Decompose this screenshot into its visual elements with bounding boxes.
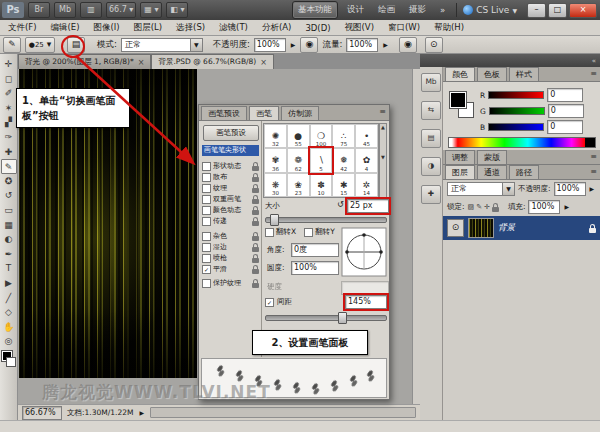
spacing-checkbox[interactable]: ✓ 间距 bbox=[265, 297, 292, 307]
marquee-tool[interactable]: ◻ bbox=[1, 72, 17, 87]
checkbox[interactable] bbox=[202, 173, 211, 182]
option-scattering[interactable]: 散布 bbox=[202, 172, 259, 182]
lock-icon[interactable] bbox=[252, 210, 259, 215]
opacity-field[interactable]: 100% bbox=[254, 38, 286, 52]
menu-help[interactable]: 帮助(H) bbox=[428, 21, 470, 35]
brush-tool[interactable]: ✎ bbox=[1, 159, 17, 174]
history-brush-tool[interactable]: ↺ bbox=[1, 188, 17, 203]
menu-analysis[interactable]: 分析(A) bbox=[256, 21, 297, 35]
vertical-scrollbar[interactable] bbox=[412, 69, 420, 404]
mini-bridge-icon[interactable]: Mb bbox=[421, 73, 441, 92]
lock-icon[interactable] bbox=[252, 199, 259, 204]
blue-value-field[interactable]: 0 bbox=[547, 120, 583, 134]
layer-opacity-arrow[interactable]: ▶ bbox=[589, 183, 596, 195]
spacing-slider[interactable] bbox=[265, 315, 387, 321]
menu-filter[interactable]: 滤镜(T) bbox=[213, 21, 254, 35]
tab-clone-source[interactable]: 仿制源 bbox=[281, 106, 319, 120]
mini-bridge-icon[interactable]: Mb bbox=[54, 2, 76, 18]
quick-selection-tool[interactable]: ✶ bbox=[1, 101, 17, 116]
screen-mode-icon[interactable]: ◧ ▾ bbox=[166, 2, 188, 18]
option-dual-brush[interactable]: 双重画笔 bbox=[202, 194, 259, 204]
lock-icon[interactable] bbox=[252, 247, 259, 252]
workspace-overflow-button[interactable]: » bbox=[435, 3, 450, 17]
lock-icon[interactable] bbox=[252, 221, 259, 226]
workspace-essentials-button[interactable]: 基本功能 bbox=[292, 1, 338, 19]
tab-swatches[interactable]: 色板 bbox=[477, 67, 507, 81]
background-color-swatch[interactable] bbox=[6, 357, 16, 367]
menu-layer[interactable]: 图层(L) bbox=[128, 21, 168, 35]
size-slider[interactable] bbox=[265, 217, 387, 223]
green-value-field[interactable]: 0 bbox=[548, 104, 584, 118]
close-tab-icon[interactable]: × bbox=[138, 58, 145, 67]
tablet-pressure-icon[interactable]: ⊙ bbox=[425, 37, 443, 53]
brush-tip[interactable]: ✽10 bbox=[310, 173, 333, 197]
brush-presets-button[interactable]: 画笔预设 bbox=[203, 125, 259, 141]
panel-menu-icon[interactable]: ≡ bbox=[379, 107, 386, 116]
brush-tip[interactable]: ∴75 bbox=[332, 124, 355, 148]
menu-file[interactable]: 文件(F) bbox=[2, 21, 43, 35]
slider-knob[interactable] bbox=[270, 214, 279, 226]
layer-visibility-toggle[interactable]: ⊙ bbox=[447, 219, 464, 237]
roundness-field[interactable]: 100% bbox=[291, 261, 339, 275]
airbrush-opacity-icon[interactable]: ◉ bbox=[300, 37, 318, 53]
collapse-dock-button[interactable]: « bbox=[592, 57, 596, 65]
brush-tip[interactable]: ❅42 bbox=[332, 148, 355, 172]
option-color-dynamics[interactable]: 颜色动态 bbox=[202, 205, 259, 215]
angle-field[interactable]: 0度 bbox=[291, 243, 339, 257]
lock-icon[interactable] bbox=[252, 258, 259, 263]
cs-live-button[interactable]: CS Live▼ bbox=[463, 5, 517, 15]
brush-preset-picker[interactable]: ●25 ▾ bbox=[25, 37, 55, 53]
lock-pixels-icon[interactable]: ✎ bbox=[476, 203, 482, 211]
tab-brush[interactable]: 画笔 bbox=[249, 106, 279, 120]
fill-arrow[interactable]: ▶ bbox=[563, 201, 570, 213]
brush-tool-icon[interactable]: ✎ bbox=[3, 37, 21, 53]
flow-arrow[interactable]: ▶ bbox=[382, 39, 389, 51]
checkbox[interactable] bbox=[202, 195, 211, 204]
lock-icon[interactable] bbox=[252, 166, 259, 171]
menu-select[interactable]: 选择(S) bbox=[170, 21, 211, 35]
option-protect-texture[interactable]: 保护纹理 bbox=[202, 278, 259, 288]
layer-opacity-field[interactable]: 100% bbox=[554, 182, 586, 196]
tab-paths[interactable]: 路径 bbox=[509, 165, 539, 179]
panel-menu-icon[interactable]: ≡ bbox=[590, 167, 597, 176]
type-tool[interactable]: T bbox=[1, 261, 17, 276]
checkbox[interactable] bbox=[202, 206, 211, 215]
angle-roundness-control[interactable] bbox=[341, 227, 387, 277]
eraser-tool[interactable]: ▭ bbox=[1, 203, 17, 218]
gradient-tool[interactable]: ▦ bbox=[1, 218, 17, 233]
menu-image[interactable]: 图像(I) bbox=[88, 21, 126, 35]
size-value-field[interactable]: 25 px bbox=[347, 199, 389, 213]
checkbox[interactable] bbox=[202, 184, 211, 193]
tab-adjustments[interactable]: 调整 bbox=[445, 150, 475, 164]
lock-icon[interactable] bbox=[252, 188, 259, 193]
close-tab-icon[interactable]: × bbox=[260, 58, 267, 67]
eyedropper-tool[interactable]: ✑ bbox=[1, 130, 17, 145]
tab-color[interactable]: 颜色 bbox=[445, 67, 475, 81]
layer-thumbnail[interactable] bbox=[468, 218, 494, 238]
brush-tip[interactable]: ❁62 bbox=[287, 148, 310, 172]
path-selection-tool[interactable]: ▶ bbox=[1, 276, 17, 291]
brush-tip[interactable]: ✺32 bbox=[264, 124, 287, 148]
3d-rotate-tool[interactable]: ◇ bbox=[1, 305, 17, 320]
arrange-documents-icon[interactable]: ▦ ▾ bbox=[140, 2, 162, 18]
panel-menu-icon[interactable]: ≡ bbox=[590, 152, 597, 161]
histogram-icon[interactable]: ▤ bbox=[421, 129, 441, 148]
brush-tip[interactable]: ✲14 bbox=[355, 173, 378, 197]
crop-tool[interactable]: ▞ bbox=[1, 115, 17, 130]
clone-source-icon[interactable]: ✚ bbox=[421, 185, 441, 204]
brush-tip[interactable]: ❀23 bbox=[287, 173, 310, 197]
lock-icon[interactable] bbox=[252, 283, 259, 288]
option-transfer[interactable]: 传递 bbox=[202, 216, 259, 226]
menu-window[interactable]: 窗口(W) bbox=[382, 21, 426, 35]
lasso-tool[interactable]: ✐ bbox=[1, 86, 17, 101]
brush-tip[interactable]: ✱15 bbox=[332, 173, 355, 197]
lock-icon[interactable] bbox=[252, 269, 259, 274]
document-tab-inactive[interactable]: 背光 @ 200%(图层 1, RGB/8)* × bbox=[18, 54, 151, 69]
option-noise[interactable]: 杂色 bbox=[202, 231, 259, 241]
menu-3d[interactable]: 3D(D) bbox=[299, 22, 336, 34]
green-slider[interactable] bbox=[489, 107, 545, 115]
option-wet-edges[interactable]: 湿边 bbox=[202, 242, 259, 252]
flip-y-checkbox[interactable]: 翻转Y bbox=[304, 227, 335, 237]
checkbox[interactable] bbox=[202, 254, 211, 263]
hand-tool[interactable]: ✋ bbox=[1, 320, 17, 335]
